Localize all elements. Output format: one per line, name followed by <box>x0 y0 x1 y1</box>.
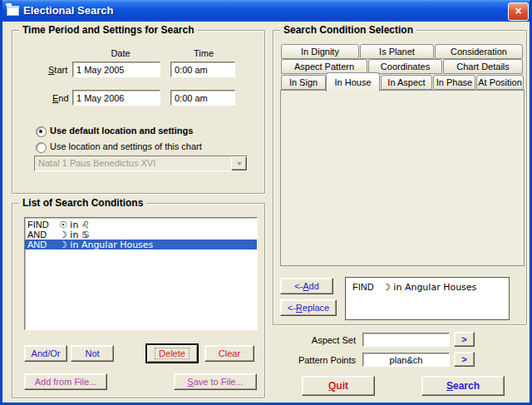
tab-in-sign[interactable]: In Sign <box>281 75 326 90</box>
group-selection-title: Search Condition Selection <box>280 24 416 36</box>
tab-in-house[interactable]: In House <box>326 72 380 91</box>
title-bar[interactable]: Electional Search × <box>0 0 532 22</box>
chart-combo-value: Natal 1 Paus Benedictus XVI <box>35 156 231 170</box>
search-button[interactable]: Search <box>421 376 505 396</box>
condition-row[interactable]: AND☽ in ♋ <box>25 230 257 240</box>
group-conditions: List of Search Conditions FIND☉ in ♌ AND… <box>12 203 265 398</box>
tab-chart-details[interactable]: Chart Details <box>443 59 523 74</box>
radio-chart-location[interactable] <box>36 142 47 153</box>
pattern-points-more-button[interactable]: > <box>454 352 475 367</box>
tab-coordinates[interactable]: Coordinates <box>368 59 442 74</box>
add-button[interactable]: <- Add <box>280 278 333 294</box>
time-header: Time <box>179 48 229 58</box>
tab-panel <box>280 90 525 266</box>
aspect-set-input[interactable] <box>362 333 450 347</box>
condition-row-selected[interactable]: AND☽ in Angular Houses <box>25 240 257 249</box>
tab-is-planet[interactable]: Is Planet <box>360 44 434 59</box>
chevron-down-icon <box>237 162 242 165</box>
pattern-points-input[interactable] <box>362 353 450 367</box>
condition-op: AND <box>27 230 59 240</box>
aspect-set-label: Aspect Set <box>274 335 356 345</box>
condition-preview-expr: ☽ in Angular Houses <box>382 282 476 293</box>
conditions-listbox[interactable]: FIND☉ in ♌ AND☽ in ♋ AND☽ in Angular Hou… <box>24 217 258 330</box>
condition-expr: ☽ in Angular Houses <box>59 240 153 250</box>
group-time-period-title: Time Period and Settings for Search <box>19 24 198 36</box>
condition-op: AND <box>27 240 59 249</box>
tab-at-position[interactable]: At Position <box>476 75 524 90</box>
date-header: Date <box>96 48 145 58</box>
start-label: Start <box>48 65 67 75</box>
replace-button[interactable]: <- Replace <box>280 299 337 316</box>
app-icon <box>7 6 19 16</box>
radio-default-location-label[interactable]: Use default location and settings <box>50 126 193 136</box>
tab-in-aspect[interactable]: In Aspect <box>381 75 432 90</box>
condition-op: FIND <box>27 220 59 230</box>
group-selection: Search Condition Selection In Dignity Is… <box>273 30 527 325</box>
radio-chart-location-label[interactable]: Use location and settings of this chart <box>50 141 202 151</box>
tab-consideration[interactable]: Consideration <box>435 44 523 59</box>
tab-in-phase[interactable]: In Phase <box>433 75 475 90</box>
end-label: End <box>52 93 69 103</box>
not-button[interactable]: Not <box>71 345 114 362</box>
save-to-file-button[interactable]: Save to File... <box>174 373 257 390</box>
pattern-points-label: Pattern Points <box>274 355 356 365</box>
window-title: Electional Search <box>23 4 113 17</box>
delete-button[interactable]: Delete <box>146 344 198 363</box>
clear-button[interactable]: Clear <box>204 345 254 362</box>
close-icon[interactable]: × <box>508 2 529 21</box>
start-date-input[interactable] <box>72 62 160 77</box>
end-date-input[interactable] <box>72 90 160 106</box>
start-time-input[interactable] <box>170 62 235 77</box>
quit-button[interactable]: Quit <box>302 376 375 396</box>
group-conditions-title: List of Search Conditions <box>19 197 146 209</box>
condition-row[interactable]: FIND☉ in ♌ <box>25 220 257 230</box>
end-time-input[interactable] <box>170 90 235 106</box>
aspect-set-more-button[interactable]: > <box>454 332 475 347</box>
add-from-file-button[interactable]: Add from File... <box>24 373 107 390</box>
radio-default-location[interactable] <box>36 126 47 137</box>
delete-button-label: Delete <box>155 348 190 359</box>
group-time-period: Time Period and Settings for Search Date… <box>12 30 265 194</box>
condition-preview-op: FIND <box>352 282 382 292</box>
and-or-button[interactable]: And/Or <box>24 345 67 362</box>
chart-combo: Natal 1 Paus Benedictus XVI <box>34 156 248 171</box>
tab-in-dignity[interactable]: In Dignity <box>281 44 359 59</box>
chart-combo-drop-button <box>231 156 247 170</box>
condition-preview: FIND☽ in Angular Houses <box>345 277 510 320</box>
electional-search-dialog: Electional Search × Time Period and Sett… <box>0 0 532 405</box>
